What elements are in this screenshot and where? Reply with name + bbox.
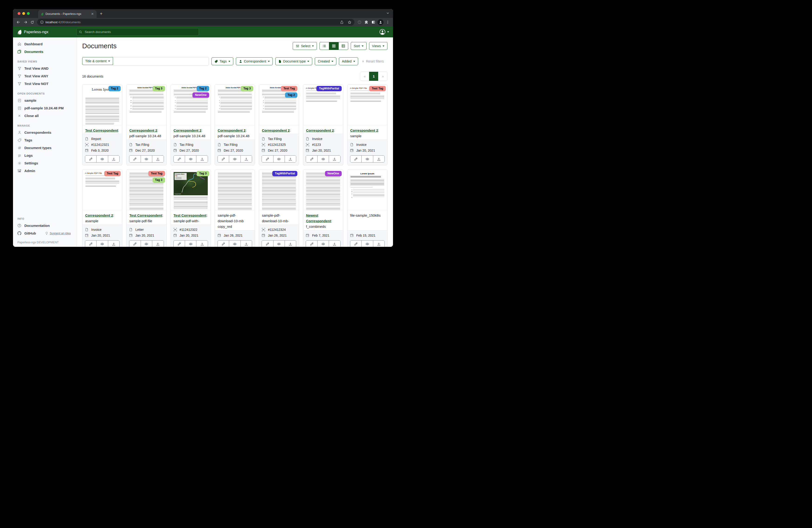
sidebar-item-test-view-any[interactable]: Test View ANY (13, 72, 76, 80)
document-card-4[interactable]: Adobe Acrobat PDF FilesTag 3Corresponden… (215, 84, 255, 165)
document-card-8[interactable]: A Simple PDF FileTest TagCorrespondent 2… (82, 169, 122, 247)
tag-chip[interactable]: Tag 2 (197, 86, 209, 91)
tag-chip[interactable]: Tag 2 (108, 86, 121, 91)
download-button[interactable] (196, 156, 207, 162)
preview-button[interactable] (96, 241, 108, 247)
document-thumbnail[interactable]: TagWithPartial (259, 170, 299, 210)
document-title[interactable]: sample-pdf-download-10-mb-longer-title (259, 210, 299, 225)
preview-button[interactable] (185, 241, 196, 247)
tag-chip[interactable]: Tag 3 (241, 86, 253, 91)
document-card-10[interactable]: Boundary Waters TripGoogle EarthTag 3Tes… (171, 169, 211, 247)
download-button[interactable] (108, 241, 119, 247)
document-title[interactable]: Correspondent 2: sample (303, 125, 343, 134)
document-card-5[interactable]: Adobe Acrobat PDF FilesTest TagTag 2Corr… (259, 84, 299, 165)
document-title[interactable]: Test Correspondent: A Sample PDF 2 (83, 125, 122, 134)
download-button[interactable] (285, 241, 296, 247)
correspondent-link[interactable]: Newest Correspondent (306, 213, 331, 223)
preview-button[interactable] (141, 241, 152, 247)
grid-view-button[interactable] (329, 42, 339, 50)
tag-chip[interactable]: NewOne (192, 92, 209, 98)
edit-button[interactable] (174, 241, 185, 247)
extension-badge-icon[interactable] (356, 19, 363, 26)
tag-chip[interactable]: Test Tag (281, 86, 298, 91)
document-thumbnail[interactable]: Adobe Acrobat PDF FilesTag 2NewOne (171, 85, 211, 125)
tag-chip[interactable]: Tag 3 (153, 86, 165, 91)
preview-button[interactable] (361, 241, 373, 247)
bookmark-star-icon[interactable] (347, 19, 353, 25)
edit-button[interactable] (129, 241, 141, 247)
edit-button[interactable] (218, 156, 229, 162)
browser-menu-kebab-icon[interactable] (384, 19, 391, 26)
correspondent-link[interactable]: Test Correspondent (174, 213, 206, 217)
tag-chip[interactable]: Tag 3 (153, 177, 165, 183)
tab-search-chevron-icon[interactable] (386, 12, 389, 15)
correspondent-link[interactable]: Correspondent 2 (218, 128, 246, 132)
document-title[interactable]: sample-pdf-download-10-mb copy_red (215, 210, 255, 230)
edit-button[interactable] (306, 241, 317, 247)
document-thumbnail[interactable]: A Simple PDF FileTagWithPartial (303, 85, 343, 125)
share-icon[interactable] (339, 19, 345, 25)
sidebar-item-pdf-sample-10-24-48-pm[interactable]: pdf-sample 10.24.48 PM (13, 104, 76, 112)
extensions-puzzle-icon[interactable] (363, 19, 370, 26)
document-title[interactable]: Test Correspondent: sample-pdf-file (127, 210, 166, 225)
tag-chip[interactable]: TagWithPartial (272, 171, 298, 176)
correspondent-link[interactable]: Correspondent 2 (85, 213, 113, 217)
download-button[interactable] (285, 156, 296, 162)
pagination-next[interactable]: » (378, 72, 388, 81)
document-title[interactable]: Correspondent 2: pdf-sample 10.24.48 PM (171, 125, 211, 140)
document-card-3[interactable]: Adobe Acrobat PDF FilesTag 2NewOneCorres… (171, 84, 211, 165)
pagination-page-1[interactable]: 1 (369, 72, 378, 81)
minimize-window-button[interactable] (22, 12, 25, 15)
sidebar-item-test-view-not[interactable]: Test View NOT (13, 80, 76, 87)
document-title[interactable]: Correspondent 2: sample (348, 125, 387, 140)
document-thumbnail[interactable] (215, 170, 255, 210)
created-filter-button[interactable]: Created (315, 57, 336, 65)
correspondent-link[interactable]: Test Correspondent (129, 213, 162, 217)
preview-button[interactable] (229, 156, 240, 162)
views-button[interactable]: Views (369, 42, 388, 50)
tag-chip[interactable]: Tag 3 (197, 171, 209, 176)
tag-chip[interactable]: NewOne (325, 171, 342, 176)
download-button[interactable] (108, 156, 119, 162)
preview-button[interactable] (141, 156, 152, 162)
download-button[interactable] (329, 156, 340, 162)
forward-icon[interactable] (22, 19, 29, 26)
tags-filter-button[interactable]: Tags (212, 57, 233, 65)
edit-button[interactable] (85, 156, 96, 162)
sidebar-item-sample[interactable]: sample (13, 97, 76, 104)
document-thumbnail[interactable]: NewOne (303, 170, 343, 210)
close-window-button[interactable] (18, 12, 20, 15)
sidebar-item-dashboard[interactable]: Dashboard (13, 40, 76, 48)
sidebar-item-close-all[interactable]: Close all (13, 112, 76, 119)
sidebar-item-document-types[interactable]: Document types (13, 144, 76, 152)
correspondent-link[interactable]: Correspondent 2 (174, 128, 202, 132)
sidebar-item-test-view-and[interactable]: Test View AND (13, 65, 76, 72)
preview-button[interactable] (229, 241, 240, 247)
edit-button[interactable] (262, 241, 273, 247)
document-title[interactable]: Correspondent 2: pdf-sample 10.24.48 PM (259, 125, 299, 134)
document-card-1[interactable]: Lorem IpsumTag 2Test Correspondent: A Sa… (82, 84, 122, 165)
preview-button[interactable] (317, 156, 329, 162)
preview-button[interactable] (317, 241, 329, 247)
correspondent-link[interactable]: Correspondent 2 (350, 128, 378, 132)
sidebar-item-settings[interactable]: Settings (13, 159, 76, 167)
sort-button[interactable]: Sort (351, 42, 366, 50)
sidebar-item-admin[interactable]: Admin (13, 167, 76, 175)
browser-profile-avatar[interactable] (377, 19, 383, 25)
back-icon[interactable] (15, 19, 22, 26)
correspondent-link[interactable]: Correspondent 2 (306, 128, 334, 132)
address-bar[interactable]: localhost:4200/documents (37, 19, 354, 26)
download-button[interactable] (152, 156, 163, 162)
document-type-filter-button[interactable]: Document type (275, 57, 313, 65)
preview-button[interactable] (273, 156, 285, 162)
edit-button[interactable] (262, 156, 273, 162)
browser-tab[interactable]: Documents - Paperless-ngx ✕ (38, 10, 97, 18)
document-thumbnail[interactable]: A Simple PDF FileTest Tag (348, 85, 387, 125)
edit-button[interactable] (85, 241, 96, 247)
edit-button[interactable] (218, 241, 229, 247)
document-thumbnail[interactable]: Test TagTag 3 (127, 170, 166, 210)
tag-chip[interactable]: TagWithPartial (316, 86, 342, 91)
sidebar-item-logs[interactable]: Logs (13, 152, 76, 159)
preview-button[interactable] (273, 241, 285, 247)
edit-button[interactable] (129, 156, 141, 162)
